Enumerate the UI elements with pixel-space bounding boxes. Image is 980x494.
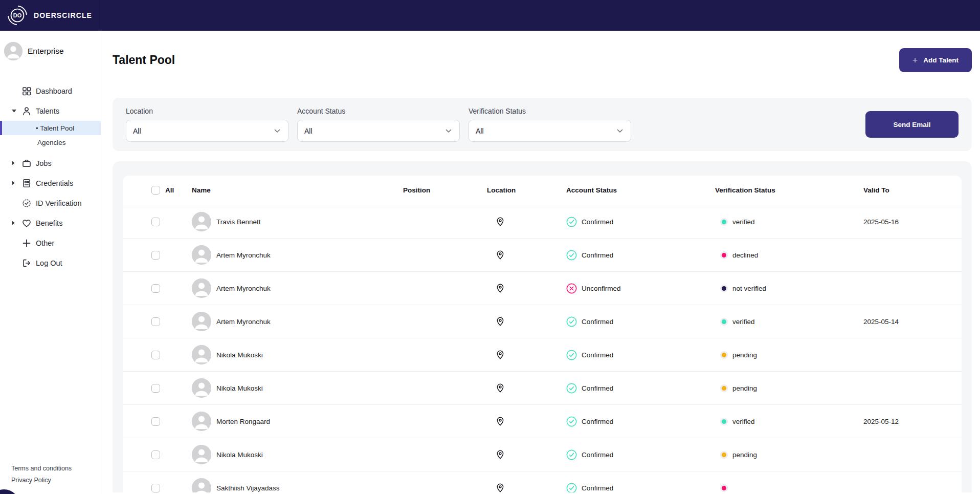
brand-logo-icon: DO (7, 5, 28, 26)
filter-account-status: Account Status All (297, 107, 460, 142)
row-checkbox[interactable] (151, 384, 160, 393)
confirmed-icon (566, 416, 577, 427)
table-row[interactable]: Morten Rongaard Confirmed verified 2025-… (123, 405, 962, 438)
table-panel: All Name Position Location Account Statu… (113, 161, 972, 492)
table-row[interactable]: Artem Myronchuk Confirmed declined (123, 239, 962, 272)
sidebar-item-agencies[interactable]: Agencies (0, 135, 101, 149)
account-switcher[interactable]: Enterprise (0, 31, 101, 60)
account-status-label: Confirmed (582, 351, 613, 359)
jobs-icon (21, 158, 32, 168)
talent-position (403, 222, 487, 222)
talent-position (403, 488, 487, 488)
credentials-icon (21, 178, 32, 188)
verification-label: declined (732, 251, 758, 259)
talent-position (403, 388, 487, 389)
table-row[interactable]: Artem Myronchuk Unconfirmed not verified (123, 272, 962, 305)
location-pin-icon[interactable] (495, 416, 505, 426)
filter-label: Account Status (297, 107, 460, 115)
caret-right-icon (12, 221, 15, 225)
confirmed-icon (566, 449, 577, 460)
confirmed-icon (566, 483, 577, 493)
select-all-checkbox[interactable] (151, 186, 160, 195)
account-status-label: Confirmed (582, 251, 613, 259)
location-select[interactable]: All (126, 120, 288, 142)
sidebar-item-jobs[interactable]: Jobs (0, 153, 101, 173)
verification-label: pending (732, 451, 757, 459)
verification-status-select[interactable]: All (469, 120, 631, 142)
talent-name: Nikola Mukoski (216, 384, 263, 392)
row-checkbox[interactable] (151, 417, 160, 426)
page-title: Talent Pool (113, 53, 175, 67)
row-checkbox[interactable] (151, 317, 160, 326)
verification-dot (720, 251, 728, 259)
confirmed-icon (566, 383, 577, 394)
filter-location: Location All (126, 107, 288, 142)
location-pin-icon[interactable] (495, 316, 505, 327)
table-row[interactable]: Sakthiish Vijayadass Confirmed (123, 471, 962, 492)
valid-to: 2025-05-12 (863, 418, 962, 425)
sidebar: Enterprise Dashboard Talents Talent Pool (0, 31, 101, 494)
row-checkbox[interactable] (151, 484, 160, 492)
table-row[interactable]: Travis Bennett Confirmed verified 2025-0… (123, 205, 962, 239)
talent-name: Nikola Mukoski (216, 351, 263, 359)
add-talent-button[interactable]: + Add Talent (899, 48, 972, 72)
location-pin-icon[interactable] (495, 383, 505, 393)
row-checkbox[interactable] (151, 450, 160, 459)
caret-down-icon (12, 110, 16, 113)
table-row[interactable]: Nikola Mukoski Confirmed pending (123, 372, 962, 405)
sidebar-item-logout[interactable]: Log Out (0, 253, 101, 273)
caret-right-icon (12, 161, 15, 165)
verification-dot (720, 418, 728, 425)
table-row[interactable]: Nikola Mukoski Confirmed pending (123, 338, 962, 372)
sidebar-footer: Terms and conditions Privacy Policy (0, 463, 101, 494)
unconfirmed-icon (566, 283, 577, 294)
column-header-location: Location (487, 186, 566, 194)
talent-position (403, 355, 487, 355)
account-status-label: Confirmed (582, 418, 613, 425)
account-status-select[interactable]: All (297, 120, 460, 142)
verification-label: pending (732, 384, 757, 392)
verification-dot (720, 484, 728, 492)
row-checkbox[interactable] (151, 351, 160, 359)
column-header-name: Name (192, 186, 403, 194)
sidebar-item-benefits[interactable]: Benefits (0, 213, 101, 233)
sidebar-item-talent-pool[interactable]: Talent Pool (0, 121, 101, 135)
location-pin-icon[interactable] (495, 483, 505, 492)
privacy-link[interactable]: Privacy Policy (11, 475, 98, 486)
row-checkbox[interactable] (151, 251, 160, 260)
talent-position (403, 288, 487, 289)
row-checkbox[interactable] (151, 218, 160, 226)
talent-name: Artem Myronchuk (216, 251, 271, 259)
location-pin-icon[interactable] (495, 283, 505, 293)
sidebar-item-id-verification[interactable]: ID Verification (0, 193, 101, 213)
table-header-row: All Name Position Location Account Statu… (123, 176, 962, 205)
verification-label: verified (732, 218, 755, 226)
terms-link[interactable]: Terms and conditions (11, 463, 98, 475)
talent-avatar (192, 312, 211, 331)
location-pin-icon[interactable] (495, 350, 505, 360)
confirmed-icon (566, 350, 577, 360)
send-email-button[interactable]: Send Email (865, 111, 959, 138)
valid-to: 2025-05-16 (863, 218, 962, 226)
sidebar-item-talents[interactable]: Talents (0, 101, 101, 121)
valid-to: 2025-05-14 (863, 318, 962, 326)
table-row[interactable]: Artem Myronchuk Confirmed verified 2025-… (123, 305, 962, 338)
sidebar-item-other[interactable]: Other (0, 233, 101, 253)
talents-icon (21, 106, 32, 116)
location-pin-icon[interactable] (495, 449, 505, 460)
sidebar-item-dashboard[interactable]: Dashboard (0, 81, 101, 101)
column-header-valid-to: Valid To (863, 186, 962, 194)
talent-avatar (192, 445, 211, 464)
brand[interactable]: DO DOERSCIRCLE (0, 0, 101, 31)
location-pin-icon[interactable] (495, 217, 505, 227)
verification-dot (720, 384, 728, 392)
row-checkbox[interactable] (151, 284, 160, 293)
verification-label: verified (732, 318, 755, 326)
location-pin-icon[interactable] (495, 250, 505, 260)
talent-name: Sakthiish Vijayadass (216, 484, 280, 492)
table-row[interactable]: Nikola Mukoski Confirmed pending (123, 438, 962, 471)
verification-label: not verified (732, 285, 766, 292)
verification-dot (720, 351, 728, 359)
sidebar-item-credentials[interactable]: Credentials (0, 173, 101, 193)
plus-icon (21, 238, 32, 248)
